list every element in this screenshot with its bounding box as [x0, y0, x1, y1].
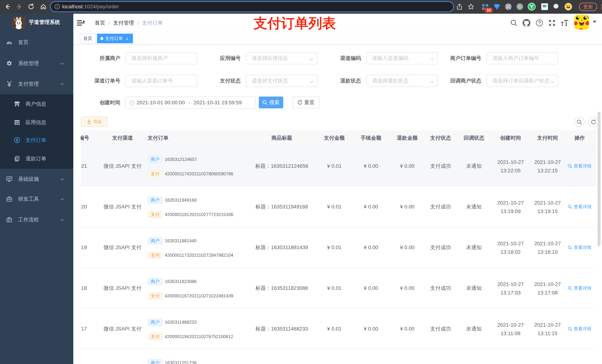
- column-header[interactable]: 商品标题: [245, 130, 318, 146]
- table-row-19[interactable]: 19微信 JSAPI 支付商户1635311881440支付4200001173…: [81, 227, 596, 268]
- url-path: :1024/pay/order: [83, 4, 119, 10]
- table-row-17[interactable]: 17微信 JSAPI 支付商户1635311468233支付4200001194…: [81, 309, 596, 349]
- breadcrumb-pay[interactable]: 支付管理: [113, 20, 134, 26]
- sidebar-subitem-3[interactable]: 退款订单: [0, 149, 73, 168]
- extension-tango-icon[interactable]: 10: [481, 3, 489, 11]
- date-end-value[interactable]: 2021-10-31 23:59:59: [194, 97, 242, 108]
- browser-forward-icon[interactable]: [15, 3, 23, 11]
- browser-reload-icon[interactable]: [27, 3, 35, 11]
- sidebar-subitem-0[interactable]: 商户信息: [0, 95, 73, 113]
- sidebar-subitem-2[interactable]: 支付订单: [0, 131, 73, 149]
- share-icon[interactable]: [455, 3, 463, 11]
- filter-select[interactable]: 请输入渠道编码: [366, 52, 438, 64]
- logo-rabbit-image: [13, 17, 25, 29]
- view-detail-link[interactable]: 查看详情: [568, 162, 591, 170]
- workflow-icon: [6, 217, 12, 223]
- column-header[interactable]: 支付渠道: [103, 130, 142, 146]
- tag-home[interactable]: 首页: [80, 34, 96, 43]
- date-start-value[interactable]: 2021-10-01 00:00:00: [137, 97, 185, 108]
- cell-create-time: 2021-10-2713:18:02: [489, 239, 532, 256]
- cell-channel: 微信 JSAPI 支付: [103, 162, 142, 170]
- column-header[interactable]: 回调状态: [458, 130, 489, 146]
- tag-pay-order[interactable]: 支付订单×: [97, 34, 133, 43]
- column-header[interactable]: 操作: [563, 130, 596, 146]
- table-row-partial[interactable]: 商户1635311251736: [81, 349, 596, 364]
- hide-search-button[interactable]: [574, 117, 585, 127]
- table-row-18[interactable]: 18微信 JSAPI 支付商户1635311823086支付4200001167…: [81, 268, 596, 309]
- filter-input[interactable]: 请输入渠道订单号: [126, 75, 197, 87]
- column-header[interactable]: 支付时间: [532, 130, 563, 146]
- browser-update-button[interactable]: 更新: [579, 3, 597, 11]
- sidebar-item-0[interactable]: 首页: [0, 32, 73, 53]
- table-row-21[interactable]: 21微信 JSAPI 支付商户1635312124657支付4200001174…: [81, 146, 596, 187]
- browser-menu-icon[interactable]: ⋮: [599, 3, 601, 11]
- cell-notify: 未通知: [458, 203, 489, 211]
- filter-select[interactable]: 请选择订单回调商户状态: [486, 75, 558, 87]
- column-header[interactable]: 创建时间: [489, 130, 532, 146]
- table-row-20[interactable]: 20微信 JSAPI 支付商户1635311949168支付4200001181…: [81, 187, 596, 227]
- sidebar-subitem-1[interactable]: 应用信息: [0, 113, 73, 132]
- extension-dot-icon[interactable]: [516, 3, 524, 11]
- page-scrollbar[interactable]: [598, 112, 601, 246]
- sidebar-item-bottom-2[interactable]: 工作流程: [0, 209, 73, 230]
- sidebar-item-bottom-0[interactable]: 基础设施: [0, 169, 73, 189]
- user-avatar[interactable]: [574, 15, 589, 30]
- column-header[interactable]: 退款金额: [392, 130, 423, 146]
- column-header[interactable]: 编号: [81, 130, 102, 146]
- view-detail-link[interactable]: 查看详情: [568, 203, 591, 211]
- filter-select[interactable]: 请选择应用信息: [246, 52, 317, 64]
- breadcrumb-current: 支付订单: [142, 20, 163, 26]
- gear-icon: [6, 61, 12, 66]
- column-header[interactable]: 支付金额: [318, 130, 350, 146]
- reset-button[interactable]: 重置: [292, 96, 320, 108]
- refresh-icon: [298, 100, 302, 105]
- merchant-order-no: 1635311468233: [165, 319, 197, 326]
- url-bar[interactable]: localhost:1024/pay/order: [51, 2, 453, 11]
- cell-fee: ¥ 0.00: [350, 325, 392, 333]
- view-detail-link[interactable]: 查看详情: [568, 284, 591, 292]
- extension-kanban-icon[interactable]: [540, 3, 549, 11]
- cell-action: 查看详情: [563, 162, 596, 171]
- extensions-puzzle-icon[interactable]: [552, 3, 560, 11]
- search-button[interactable]: 搜索: [259, 96, 283, 108]
- font-size-icon[interactable]: [560, 18, 570, 28]
- browser-back-icon[interactable]: [3, 3, 11, 11]
- fullscreen-icon[interactable]: [547, 18, 557, 28]
- github-icon[interactable]: [522, 18, 531, 28]
- view-detail-link[interactable]: 查看详情: [568, 244, 591, 251]
- filter-input[interactable]: 请输入商户订单编号: [486, 52, 558, 64]
- browser-home-icon[interactable]: [39, 3, 47, 11]
- sidebar-item-2[interactable]: 支付管理: [0, 74, 73, 94]
- shop-icon: [14, 101, 20, 107]
- refresh-table-button[interactable]: [588, 117, 599, 127]
- column-header[interactable]: 支付状态: [423, 130, 458, 146]
- extension-y-icon[interactable]: [527, 3, 536, 11]
- avatar-caret-icon[interactable]: [593, 21, 596, 25]
- filter-select[interactable]: 请选择支付状态: [246, 75, 317, 87]
- extension-command-icon[interactable]: [504, 3, 512, 11]
- sidebar-logo[interactable]: 芋道管理系统: [0, 14, 73, 31]
- header-search-icon[interactable]: [509, 18, 519, 28]
- bookmark-star-icon[interactable]: [467, 3, 475, 11]
- sidebar-item-bottom-1[interactable]: 研发工具: [0, 189, 73, 209]
- pay-order-table: 编号支付渠道支付订单商品标题支付金额手续金额退款金额支付状态回调状态创建时间支付…: [81, 130, 596, 364]
- cell-action: 查看详情: [563, 244, 596, 252]
- view-detail-link[interactable]: 查看详情: [568, 325, 591, 333]
- filter-input[interactable]: 请选择所属商户: [126, 52, 197, 64]
- cell-title: 标题：1635311468233: [245, 325, 318, 333]
- tag-close-icon[interactable]: ×: [124, 37, 129, 42]
- column-header[interactable]: 手续金额: [350, 130, 392, 146]
- breadcrumb-home[interactable]: 首页: [95, 20, 105, 26]
- sidebar-item-1[interactable]: 系统管理: [0, 53, 73, 74]
- page-info-icon[interactable]: [54, 4, 60, 10]
- help-icon[interactable]: [535, 18, 544, 28]
- profile-emoji-icon[interactable]: [564, 3, 572, 11]
- export-button[interactable]: 导出: [81, 116, 108, 127]
- extension-gem-icon[interactable]: [493, 3, 501, 11]
- channel-order-no: 4200001194202110276752100612: [165, 333, 233, 340]
- create-time-range-picker[interactable]: 2021-10-01 00:00:00 - 2021-10-31 23:59:5…: [125, 96, 256, 109]
- filter-select[interactable]: 请选择退款状态: [366, 75, 438, 87]
- column-header[interactable]: 支付订单: [144, 130, 245, 146]
- hamburger-icon[interactable]: [77, 19, 85, 27]
- cell-id: 18: [81, 284, 102, 292]
